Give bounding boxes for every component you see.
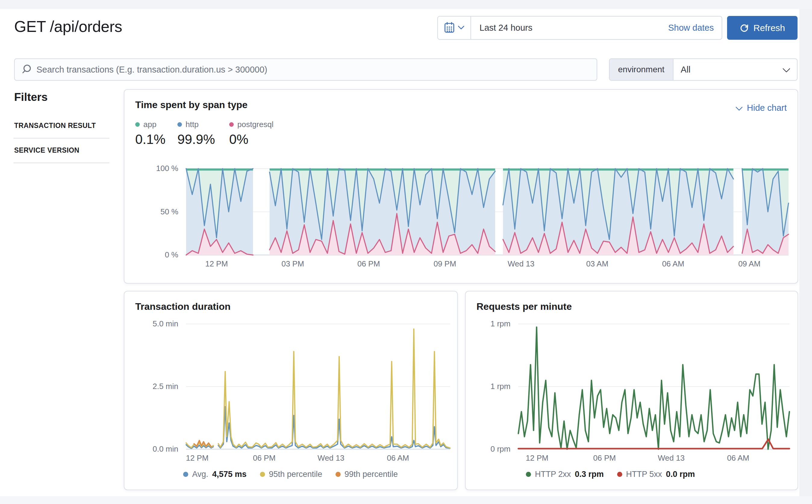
x-axis-label: Wed 13 (494, 259, 548, 269)
x-axis-label: 09 AM (722, 259, 776, 269)
y-axis-label: 1 rpm (462, 382, 511, 391)
y-axis-label: 0 rpm (462, 444, 511, 454)
panel-title: Transaction duration (135, 301, 230, 312)
x-axis-label: 03 PM (266, 259, 320, 269)
y-axis-label: 0 % (130, 250, 178, 260)
search-input[interactable] (36, 65, 549, 75)
environment-label: environment (610, 59, 674, 80)
rpm-legend: HTTP 2xx 0.3 rpm HTTP 5xx 0.0 rpm (526, 470, 695, 479)
x-axis-label: 06 PM (341, 259, 396, 269)
y-axis-label: 2.5 min (130, 382, 178, 391)
x-axis-label: Wed 13 (304, 453, 358, 463)
y-axis-label: 100 % (130, 164, 178, 173)
legend-dot (177, 122, 182, 127)
legend-dot (229, 122, 234, 127)
x-axis-label: 06 AM (371, 453, 425, 463)
chevron-down-icon (736, 103, 743, 113)
x-axis-label: 06 PM (237, 453, 291, 463)
stat-postgresql-percent: 0% (229, 132, 248, 147)
environment-filter: environment All (609, 58, 798, 81)
x-axis-label: 09 PM (418, 259, 472, 269)
stat-app-percent: 0.1% (135, 132, 165, 147)
search-icon (21, 64, 32, 75)
chevron-down-icon (782, 65, 790, 75)
panel-title: Requests per minute (477, 301, 572, 312)
filters-heading: Filters (14, 91, 48, 104)
refresh-button[interactable]: Refresh (727, 16, 798, 40)
search-bar[interactable] (14, 58, 597, 81)
legend-dot (526, 472, 531, 477)
filter-section-service-version[interactable]: SERVICE VERSION (14, 146, 109, 154)
avg-value: 4,575 ms (212, 470, 247, 479)
span-type-chart: 100 %50 %0 %12 PM03 PM06 PM09 PMWed 1303… (186, 169, 789, 255)
x-axis-label: 03 AM (570, 259, 624, 269)
refresh-label: Refresh (753, 23, 785, 33)
time-range-value[interactable]: Last 24 hours (480, 23, 533, 33)
x-axis-label: 06 PM (577, 453, 632, 463)
requests-per-minute-panel: Requests per minute 1 rpm1 rpm0 rpm12 PM… (465, 291, 798, 490)
time-spent-by-span-type-panel: Time spent by span type Hide chart app h… (124, 89, 798, 284)
legend-dot (335, 472, 341, 477)
chevron-down-icon (458, 25, 465, 31)
calendar-icon (444, 22, 455, 34)
y-axis-label: 0.0 min (130, 444, 178, 454)
panel-title: Time spent by span type (135, 99, 247, 110)
transaction-duration-panel: Transaction duration 5.0 min2.5 min0.0 m… (124, 291, 458, 490)
stat-http-percent: 99.9% (177, 132, 215, 147)
legend-dot (135, 122, 140, 127)
transaction-duration-chart: 5.0 min2.5 min0.0 min12 PM06 PMWed 1306 … (186, 324, 450, 449)
x-axis-label: 12 PM (170, 453, 224, 463)
window-top-strip (0, 0, 812, 9)
date-picker[interactable]: Last 24 hours Show dates (437, 16, 722, 40)
http-2xx-value: 0.3 rpm (575, 470, 604, 479)
legend-dot (260, 472, 265, 477)
hide-chart-link[interactable]: Hide chart (736, 103, 787, 113)
page-title: GET /api/orders (14, 17, 122, 36)
y-axis-label: 50 % (130, 207, 178, 216)
duration-legend: Avg. 4,575 ms 95th percentile 99th perce… (183, 470, 398, 479)
legend-item-http-2xx[interactable]: HTTP 2xx 0.3 rpm (526, 470, 604, 479)
http-5xx-value: 0.0 rpm (666, 470, 695, 479)
legend-item-99th-percentile[interactable]: 99th percentile (335, 470, 398, 479)
legend-item-app[interactable]: app (135, 120, 156, 129)
show-dates-link[interactable]: Show dates (668, 23, 714, 33)
x-axis-label: 12 PM (189, 259, 244, 269)
divider (14, 138, 109, 138)
environment-select[interactable]: All (674, 59, 797, 80)
x-axis-label: 06 AM (711, 453, 765, 463)
x-axis-label: 12 PM (510, 453, 564, 463)
y-axis-label: 5.0 min (130, 319, 178, 328)
legend-item-http-5xx[interactable]: HTTP 5xx 0.0 rpm (617, 470, 695, 479)
x-axis-label: 06 AM (646, 259, 700, 269)
apm-transaction-page: GET /api/orders Last 24 hours Show dates… (0, 0, 812, 504)
refresh-icon (739, 23, 749, 33)
legend-item-http[interactable]: http (177, 120, 198, 129)
requests-per-minute-chart: 1 rpm1 rpm0 rpm12 PM06 PMWed 1306 AM (518, 324, 789, 449)
environment-value: All (681, 65, 690, 75)
filter-section-transaction-result[interactable]: TRANSACTION RESULT (14, 122, 109, 130)
legend-dot (183, 472, 188, 477)
calendar-menu-button[interactable] (438, 17, 471, 39)
legend-dot (617, 472, 622, 477)
divider (14, 163, 109, 163)
scrollbar-track[interactable] (799, 9, 812, 504)
legend-item-95th-percentile[interactable]: 95th percentile (260, 470, 322, 479)
x-axis-label: Wed 13 (644, 453, 698, 463)
y-axis-label: 1 rpm (462, 319, 511, 328)
legend-item-postgresql[interactable]: postgresql (229, 120, 273, 129)
legend-item-avg[interactable]: Avg. 4,575 ms (183, 470, 247, 479)
page-bottom-strip (0, 496, 812, 504)
